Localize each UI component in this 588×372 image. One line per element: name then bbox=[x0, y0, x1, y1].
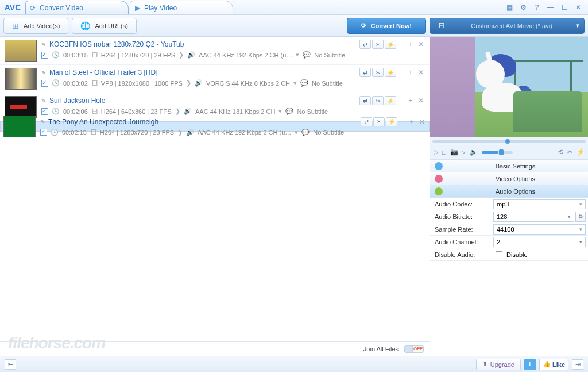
convert-now-button[interactable]: ⟳ Convert Now! bbox=[347, 18, 427, 34]
bitrate-settings-button[interactable]: ⚙ bbox=[575, 212, 586, 222]
join-toggle[interactable]: OFF bbox=[404, 345, 424, 353]
effects-button[interactable]: ⚡ bbox=[385, 96, 396, 105]
sample-rate-select[interactable]: 44100▾ bbox=[493, 224, 586, 235]
settings-button[interactable]: ⚙ bbox=[518, 3, 528, 12]
sample-rate-row: Sample Rate: 44100▾ bbox=[430, 223, 588, 236]
file-title[interactable]: Surf Jackson Hole bbox=[49, 97, 105, 105]
panel-toggle-right[interactable]: ⇥ bbox=[572, 359, 583, 370]
effects-button[interactable]: ⚡ bbox=[385, 40, 396, 49]
cut-button[interactable]: ✂ bbox=[567, 148, 572, 156]
play-button[interactable]: ▷ bbox=[434, 148, 438, 156]
video-preview[interactable] bbox=[430, 37, 588, 137]
button-label: Add Video(s) bbox=[24, 22, 60, 29]
add-item-button[interactable]: + bbox=[407, 97, 415, 105]
film-icon: 🎞 bbox=[435, 22, 447, 29]
add-item-button[interactable]: + bbox=[407, 40, 415, 48]
add-item-button[interactable]: + bbox=[408, 118, 416, 126]
edit-title-icon[interactable]: ✎ bbox=[41, 98, 46, 104]
tab-play-video[interactable]: ▶ Play Video bbox=[130, 1, 233, 14]
volume-icon[interactable]: 🔈 bbox=[470, 148, 478, 156]
clock-icon: 🕓 bbox=[52, 51, 60, 59]
minimize-button[interactable]: — bbox=[546, 3, 556, 12]
tab-convert-video[interactable]: ⟳ Convert Video bbox=[25, 1, 129, 14]
speaker-icon: 🔊 bbox=[195, 79, 203, 87]
facebook-like-button[interactable]: 👍Like bbox=[539, 359, 568, 370]
seek-handle[interactable] bbox=[505, 139, 510, 144]
remove-item-button[interactable]: ✕ bbox=[417, 97, 425, 105]
output-profile-button[interactable]: 🎞 Customized AVI Movie (*.avi) ▾ bbox=[430, 18, 585, 34]
audio-codec-select[interactable]: mp3▾ bbox=[493, 199, 586, 209]
audio-options: Audio Codec: mp3▾ Audio Bitrate: 128▾⚙ S… bbox=[430, 198, 588, 261]
audio-dropdown[interactable]: ▾ bbox=[295, 129, 298, 136]
disable-audio-checkbox[interactable] bbox=[496, 251, 502, 258]
effects-button[interactable]: ⚡ bbox=[386, 117, 397, 126]
repeat-button[interactable]: ⇄ bbox=[359, 40, 371, 49]
snapshot-menu[interactable]: ▿ bbox=[462, 148, 466, 156]
file-checkbox[interactable] bbox=[41, 108, 48, 115]
add-video-button[interactable]: ⊞ Add Video(s) bbox=[3, 18, 68, 34]
add-url-button[interactable]: 🌐 Add URL(s) bbox=[72, 18, 136, 34]
audio-dropdown[interactable]: ▾ bbox=[278, 108, 282, 115]
expand-icon[interactable]: ❯ bbox=[186, 79, 191, 87]
edit-title-icon[interactable]: ✎ bbox=[41, 41, 46, 48]
volume-slider[interactable] bbox=[482, 151, 513, 154]
panel-toggle-left[interactable]: ⇤ bbox=[5, 359, 16, 370]
repeat-button[interactable]: ⇄ bbox=[359, 68, 371, 77]
cut-button[interactable]: ✂ bbox=[373, 117, 385, 126]
file-checkbox[interactable] bbox=[41, 52, 48, 59]
file-row[interactable]: ✎ Man of Steel - Official Trailer 3 [HD]… bbox=[0, 65, 430, 93]
audio-bitrate-select[interactable]: 128▾ bbox=[493, 212, 574, 222]
file-title[interactable]: The Pony An Unexpected Journeigh bbox=[48, 118, 158, 126]
edit-title-icon[interactable]: ✎ bbox=[41, 70, 46, 76]
video-thumbnail[interactable] bbox=[5, 68, 37, 90]
file-row[interactable]: ✎ KOCBFN IOS nobar 1280x720 Q2 - YouTub … bbox=[0, 37, 430, 65]
skin-button[interactable]: ▦ bbox=[504, 3, 514, 12]
tab-label: Convert Video bbox=[40, 4, 83, 12]
join-all-files-label[interactable]: Join All Files bbox=[363, 346, 399, 352]
checkbox-label: Disable bbox=[506, 251, 528, 258]
maximize-button[interactable]: ☐ bbox=[559, 3, 570, 12]
video-thumbnail[interactable] bbox=[3, 116, 36, 137]
stop-button[interactable]: □ bbox=[442, 149, 446, 156]
audio-dropdown[interactable]: ▾ bbox=[296, 51, 299, 59]
effects-button[interactable]: ⚡ bbox=[385, 68, 396, 77]
remove-item-button[interactable]: ✕ bbox=[417, 68, 425, 76]
main-toolbar: ⊞ Add Video(s) 🌐 Add URL(s) ⟳ Convert No… bbox=[0, 15, 588, 37]
upgrade-button[interactable]: ⬆Upgrade bbox=[476, 359, 521, 370]
expand-icon[interactable]: ❯ bbox=[179, 51, 184, 59]
audio-channel-select[interactable]: 2▾ bbox=[493, 237, 586, 247]
remove-item-button[interactable]: ✕ bbox=[417, 40, 425, 48]
expand-icon[interactable]: ❯ bbox=[177, 129, 183, 136]
file-title[interactable]: Man of Steel - Official Trailer 3 [HD] bbox=[49, 68, 158, 76]
effects-button[interactable]: ⚡ bbox=[577, 148, 585, 156]
rotate-button[interactable]: ⟲ bbox=[558, 148, 563, 156]
help-button[interactable]: ? bbox=[532, 3, 542, 12]
file-checkbox[interactable] bbox=[41, 80, 48, 87]
audio-dropdown[interactable]: ▾ bbox=[293, 79, 297, 87]
twitter-button[interactable]: t bbox=[524, 359, 536, 370]
cut-button[interactable]: ✂ bbox=[372, 68, 384, 77]
audio-info: AAC 44 KHz 131 Kbps 2 CH bbox=[195, 108, 275, 115]
section-icon bbox=[435, 162, 443, 170]
close-button[interactable]: ✕ bbox=[573, 3, 583, 12]
seek-bar[interactable] bbox=[430, 137, 588, 145]
file-checkbox[interactable] bbox=[40, 129, 47, 136]
repeat-button[interactable]: ⇄ bbox=[359, 96, 371, 105]
video-options-section[interactable]: Video Options bbox=[430, 172, 588, 185]
edit-title-icon[interactable]: ✎ bbox=[40, 118, 45, 125]
disable-audio-row: Disable Audio: Disable bbox=[430, 248, 588, 261]
cut-button[interactable]: ✂ bbox=[372, 40, 384, 49]
repeat-button[interactable]: ⇄ bbox=[361, 117, 372, 126]
remove-item-button[interactable]: ✕ bbox=[418, 118, 426, 126]
basic-settings-section[interactable]: Basic Settings bbox=[430, 160, 588, 172]
audio-options-section[interactable]: Audio Options bbox=[430, 185, 588, 198]
chevron-down-icon: ▾ bbox=[576, 22, 579, 29]
video-thumbnail[interactable] bbox=[5, 40, 37, 62]
file-row[interactable]: ✎ The Pony An Unexpected Journeigh ⇄ ✂ ⚡… bbox=[0, 121, 430, 132]
add-item-button[interactable]: + bbox=[407, 68, 415, 76]
video-thumbnail[interactable] bbox=[5, 96, 37, 118]
cut-button[interactable]: ✂ bbox=[372, 96, 384, 105]
file-title[interactable]: KOCBFN IOS nobar 1280x720 Q2 - YouTub bbox=[49, 40, 184, 48]
snapshot-button[interactable]: 📷 bbox=[450, 148, 458, 156]
expand-icon[interactable]: ❯ bbox=[175, 108, 180, 115]
